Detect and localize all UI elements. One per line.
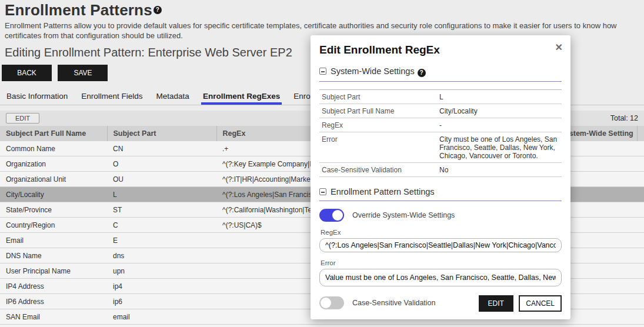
collapse-icon[interactable] — [319, 188, 326, 195]
info-row: RegEx - — [319, 118, 562, 132]
page-title: Enrollment Patterns — [5, 1, 152, 19]
grid-footer — [0, 325, 644, 327]
tab[interactable]: Metadata — [155, 89, 191, 105]
info-row: Error City must be one of Los Angeles, S… — [319, 132, 562, 163]
dialog-edit-button[interactable]: EDIT — [479, 295, 513, 312]
error-field-label: Error — [321, 259, 562, 266]
column-header-extra — [637, 126, 644, 141]
tab[interactable]: Basic Information — [5, 89, 69, 105]
case-sensitive-toggle-label: Case-Sensitive Validation — [352, 299, 436, 307]
column-header-subject-part[interactable]: Subject Part — [107, 126, 216, 141]
override-toggle-label: Override System-Wide Settings — [352, 211, 455, 219]
section-help-icon[interactable]: ? — [418, 69, 426, 77]
error-input[interactable] — [319, 269, 562, 286]
case-sensitive-toggle[interactable] — [319, 296, 344, 309]
collapse-icon[interactable] — [319, 68, 326, 75]
section-divider — [319, 81, 562, 82]
regex-field-label: RegEx — [321, 229, 562, 236]
toggle-knob — [332, 210, 343, 221]
dialog-cancel-button[interactable]: CANCEL — [519, 295, 562, 312]
enrollment-pattern-settings-section-header: Enrollment Pattern Settings — [319, 187, 562, 196]
tab[interactable]: Enrollment Fields — [79, 89, 144, 105]
grid-total-count: Total: 12 — [610, 112, 638, 124]
override-toggle[interactable] — [319, 209, 344, 222]
system-wide-settings-section-header: System-Wide Settings? — [319, 66, 562, 77]
toggle-knob — [321, 298, 331, 308]
info-row: Case-Sensitive Validation No — [319, 163, 562, 177]
column-header-subject-part-full-name[interactable]: Subject Part Full Name — [0, 126, 107, 141]
save-button[interactable]: SAVE — [58, 65, 108, 81]
dialog-footer: EDIT CANCEL — [479, 295, 562, 312]
section-title: Enrollment Pattern Settings — [331, 187, 435, 196]
grid-edit-button[interactable]: EDIT — [6, 113, 39, 124]
info-row: Subject Part Full Name City/Locality — [319, 104, 562, 118]
regex-input[interactable] — [319, 238, 562, 252]
section-divider — [319, 201, 562, 201]
info-row: Subject Part L — [319, 90, 562, 104]
page-help-icon[interactable]: ? — [154, 6, 162, 14]
tab[interactable]: Enrollment RegExes — [201, 89, 282, 105]
edit-enrollment-regex-dialog: Edit Enrollment RegEx ✕ System-Wide Sett… — [311, 35, 570, 319]
back-button[interactable]: BACK — [2, 65, 52, 81]
system-settings-table: Subject Part L Subject Part Full Name Ci… — [319, 90, 562, 177]
dialog-title: Edit Enrollment RegEx — [319, 44, 562, 56]
section-title: System-Wide Settings — [331, 66, 415, 76]
close-icon[interactable]: ✕ — [555, 42, 563, 53]
